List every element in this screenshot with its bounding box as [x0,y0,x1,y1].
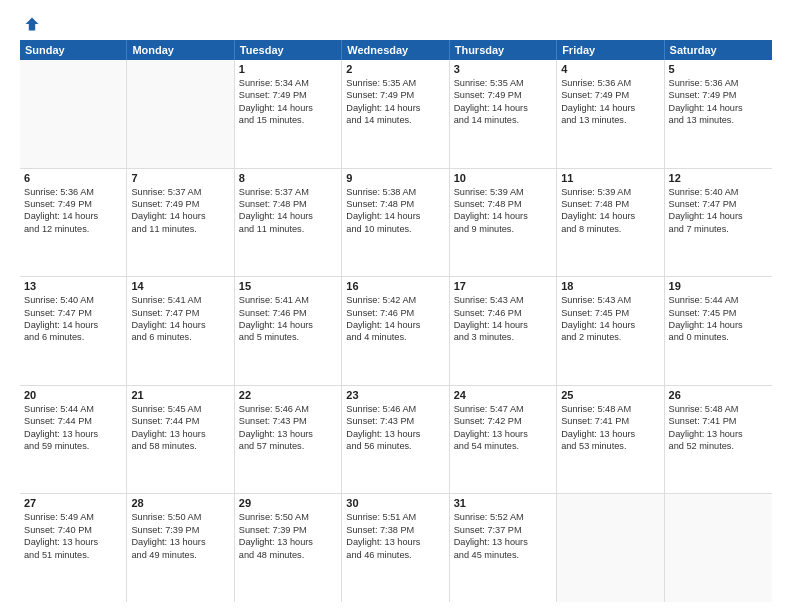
cell-line: and 6 minutes. [131,331,229,343]
day-number: 6 [24,172,122,184]
cal-cell-8: 8Sunrise: 5:37 AMSunset: 7:48 PMDaylight… [235,169,342,277]
day-number: 13 [24,280,122,292]
cell-line: Sunset: 7:41 PM [669,415,768,427]
cell-line: Sunset: 7:44 PM [24,415,122,427]
cell-line: and 13 minutes. [561,114,659,126]
cell-line: and 46 minutes. [346,549,444,561]
cal-cell-19: 19Sunrise: 5:44 AMSunset: 7:45 PMDayligh… [665,277,772,385]
calendar-row-4: 27Sunrise: 5:49 AMSunset: 7:40 PMDayligh… [20,494,772,602]
cell-line: and 2 minutes. [561,331,659,343]
cell-line: Sunrise: 5:50 AM [239,511,337,523]
cell-line: Sunset: 7:49 PM [24,198,122,210]
cell-line: Sunset: 7:43 PM [239,415,337,427]
cell-line: and 48 minutes. [239,549,337,561]
cell-line: and 59 minutes. [24,440,122,452]
cell-line: and 57 minutes. [239,440,337,452]
day-number: 16 [346,280,444,292]
cell-line: Sunset: 7:48 PM [454,198,552,210]
cell-line: Sunrise: 5:35 AM [454,77,552,89]
cell-line: Sunrise: 5:47 AM [454,403,552,415]
cell-line: Daylight: 13 hours [131,428,229,440]
cell-line: Daylight: 14 hours [669,210,768,222]
cell-line: and 6 minutes. [24,331,122,343]
cell-line: Sunrise: 5:39 AM [454,186,552,198]
cal-cell-12: 12Sunrise: 5:40 AMSunset: 7:47 PMDayligh… [665,169,772,277]
day-number: 25 [561,389,659,401]
cal-cell-empty [557,494,664,602]
cell-line: Sunset: 7:47 PM [131,307,229,319]
cal-cell-2: 2Sunrise: 5:35 AMSunset: 7:49 PMDaylight… [342,60,449,168]
cal-cell-4: 4Sunrise: 5:36 AMSunset: 7:49 PMDaylight… [557,60,664,168]
cell-line: Sunrise: 5:46 AM [346,403,444,415]
day-number: 9 [346,172,444,184]
cell-line: Sunrise: 5:44 AM [669,294,768,306]
cell-line: Sunset: 7:39 PM [131,524,229,536]
cal-cell-15: 15Sunrise: 5:41 AMSunset: 7:46 PMDayligh… [235,277,342,385]
day-number: 20 [24,389,122,401]
cal-header-tuesday: Tuesday [235,40,342,60]
page: SundayMondayTuesdayWednesdayThursdayFrid… [0,0,792,612]
cell-line: Sunset: 7:49 PM [561,89,659,101]
cell-line: Sunrise: 5:51 AM [346,511,444,523]
cell-line: and 3 minutes. [454,331,552,343]
cell-line: Sunrise: 5:40 AM [669,186,768,198]
cell-line: Daylight: 13 hours [346,536,444,548]
cell-line: Sunrise: 5:46 AM [239,403,337,415]
cell-line: and 12 minutes. [24,223,122,235]
cell-line: Sunrise: 5:45 AM [131,403,229,415]
cell-line: and 14 minutes. [454,114,552,126]
day-number: 27 [24,497,122,509]
cell-line: Daylight: 13 hours [131,536,229,548]
cal-cell-10: 10Sunrise: 5:39 AMSunset: 7:48 PMDayligh… [450,169,557,277]
day-number: 21 [131,389,229,401]
cell-line: Sunset: 7:49 PM [669,89,768,101]
cell-line: Sunrise: 5:39 AM [561,186,659,198]
cell-line: Sunrise: 5:49 AM [24,511,122,523]
cal-cell-7: 7Sunrise: 5:37 AMSunset: 7:49 PMDaylight… [127,169,234,277]
cal-cell-empty [665,494,772,602]
cell-line: Sunset: 7:49 PM [346,89,444,101]
cell-line: Daylight: 14 hours [131,210,229,222]
cell-line: Daylight: 13 hours [239,428,337,440]
cal-cell-18: 18Sunrise: 5:43 AMSunset: 7:45 PMDayligh… [557,277,664,385]
cell-line: Daylight: 13 hours [669,428,768,440]
cal-cell-29: 29Sunrise: 5:50 AMSunset: 7:39 PMDayligh… [235,494,342,602]
cell-line: and 0 minutes. [669,331,768,343]
day-number: 7 [131,172,229,184]
cell-line: Daylight: 14 hours [239,102,337,114]
cal-cell-17: 17Sunrise: 5:43 AMSunset: 7:46 PMDayligh… [450,277,557,385]
cell-line: Sunset: 7:49 PM [239,89,337,101]
day-number: 2 [346,63,444,75]
calendar-row-3: 20Sunrise: 5:44 AMSunset: 7:44 PMDayligh… [20,386,772,495]
cell-line: Daylight: 13 hours [454,428,552,440]
cal-header-wednesday: Wednesday [342,40,449,60]
cal-header-thursday: Thursday [450,40,557,60]
cell-line: and 51 minutes. [24,549,122,561]
calendar: SundayMondayTuesdayWednesdayThursdayFrid… [20,40,772,602]
cal-cell-22: 22Sunrise: 5:46 AMSunset: 7:43 PMDayligh… [235,386,342,494]
cell-line: Sunrise: 5:52 AM [454,511,552,523]
day-number: 26 [669,389,768,401]
cell-line: and 53 minutes. [561,440,659,452]
cell-line: Daylight: 13 hours [24,428,122,440]
cell-line: Daylight: 14 hours [561,319,659,331]
cal-cell-28: 28Sunrise: 5:50 AMSunset: 7:39 PMDayligh… [127,494,234,602]
calendar-body: 1Sunrise: 5:34 AMSunset: 7:49 PMDaylight… [20,60,772,602]
cell-line: Sunset: 7:42 PM [454,415,552,427]
cal-cell-11: 11Sunrise: 5:39 AMSunset: 7:48 PMDayligh… [557,169,664,277]
cell-line: Sunrise: 5:38 AM [346,186,444,198]
cell-line: and 14 minutes. [346,114,444,126]
cell-line: Daylight: 14 hours [561,102,659,114]
cal-cell-21: 21Sunrise: 5:45 AMSunset: 7:44 PMDayligh… [127,386,234,494]
cell-line: Sunset: 7:37 PM [454,524,552,536]
cell-line: Daylight: 14 hours [131,319,229,331]
day-number: 29 [239,497,337,509]
cal-cell-3: 3Sunrise: 5:35 AMSunset: 7:49 PMDaylight… [450,60,557,168]
header [20,16,772,32]
cell-line: Daylight: 14 hours [561,210,659,222]
cell-line: Sunset: 7:40 PM [24,524,122,536]
cell-line: Sunset: 7:48 PM [346,198,444,210]
calendar-row-1: 6Sunrise: 5:36 AMSunset: 7:49 PMDaylight… [20,169,772,278]
cell-line: Daylight: 14 hours [669,319,768,331]
cell-line: and 13 minutes. [669,114,768,126]
